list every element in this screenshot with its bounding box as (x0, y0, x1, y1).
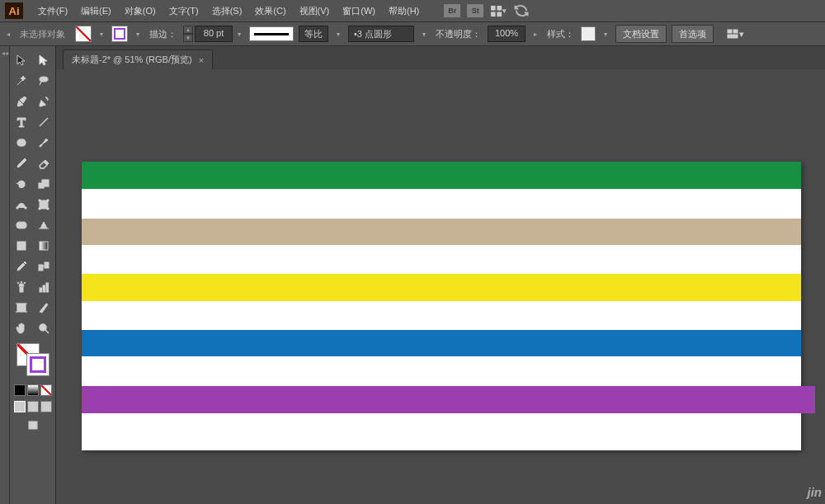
stripe[interactable] (82, 301, 801, 330)
stripe[interactable] (82, 245, 801, 274)
curvature-tool[interactable] (33, 91, 56, 111)
zoom-tool[interactable] (33, 318, 56, 338)
stripe[interactable] (82, 356, 801, 386)
sync-icon[interactable] (513, 4, 530, 17)
opacity-dropdown[interactable]: ▸ (530, 26, 540, 41)
stripe[interactable] (82, 386, 815, 413)
svg-point-12 (16, 207, 18, 209)
fill-stroke-indicator[interactable] (16, 343, 50, 376)
menu-select[interactable]: 选择(S) (207, 2, 248, 20)
svg-rect-3 (497, 12, 502, 16)
panel-collapse-bar[interactable]: ◂◂ (0, 46, 10, 504)
stripe[interactable] (82, 162, 801, 189)
svg-rect-0 (491, 5, 496, 10)
ellipse-tool[interactable] (10, 132, 33, 153)
stroke-indicator[interactable] (26, 353, 50, 376)
menu-help[interactable]: 帮助(H) (384, 2, 424, 20)
color-mode-gradient[interactable] (27, 384, 39, 396)
prefs-button[interactable]: 首选项 (672, 25, 714, 43)
close-tab-icon[interactable]: × (199, 55, 204, 65)
style-swatch[interactable] (581, 26, 596, 41)
artboard-tool[interactable] (10, 297, 33, 318)
svg-rect-25 (39, 265, 43, 271)
svg-rect-32 (40, 288, 42, 292)
canvas-viewport[interactable]: jin (56, 69, 825, 504)
rotate-tool[interactable] (10, 173, 33, 194)
selection-tool[interactable] (10, 49, 33, 70)
menu-edit[interactable]: 编辑(E) (76, 2, 116, 20)
menu-file[interactable]: 文件(F) (33, 2, 73, 20)
stripe[interactable] (82, 413, 801, 450)
stroke-dropdown[interactable]: ▾ (133, 26, 143, 41)
document-tab[interactable]: 未标题-2* @ 51% (RGB/预览) × (63, 49, 213, 69)
direct-selection-tool[interactable] (33, 49, 56, 70)
pen-tool[interactable] (10, 91, 33, 111)
color-mode-solid[interactable] (14, 384, 26, 396)
align-icon[interactable]: ▾ (724, 24, 747, 45)
color-mode-none[interactable] (40, 384, 52, 396)
options-bar: ◂ 未选择对象 ▾ ▾ 描边： ▲▼ 80 pt ▾ 等比 ▾ • 3 点圆形 … (0, 21, 825, 46)
hand-tool[interactable] (10, 318, 33, 338)
blend-tool[interactable] (33, 256, 56, 276)
magic-wand-tool[interactable] (10, 70, 33, 91)
stroke-label: 描边： (149, 28, 177, 40)
doc-setup-button[interactable]: 文档设置 (615, 25, 667, 43)
menu-type[interactable]: 文字(T) (164, 2, 204, 20)
svg-rect-5 (733, 30, 738, 33)
free-transform-tool[interactable] (33, 194, 56, 214)
style-dropdown[interactable]: ▾ (601, 26, 610, 41)
stripe[interactable] (82, 219, 801, 245)
stripe[interactable] (82, 274, 801, 301)
scale-tool[interactable] (33, 173, 56, 194)
stroke-weight-input[interactable]: 80 pt (195, 26, 233, 42)
lasso-tool[interactable] (33, 70, 56, 91)
width-tool[interactable] (10, 194, 33, 214)
svg-rect-4 (728, 30, 732, 33)
opacity-input[interactable]: 100% (488, 26, 526, 42)
eraser-tool[interactable] (33, 153, 56, 173)
shape-builder-tool[interactable] (10, 214, 33, 235)
type-tool[interactable] (10, 111, 33, 132)
mesh-tool[interactable] (10, 235, 33, 256)
brush-dropdown[interactable]: ▾ (419, 26, 429, 41)
stroke-spinner[interactable]: ▲▼ (183, 26, 193, 42)
perspective-grid-tool[interactable] (33, 214, 56, 235)
menu-view[interactable]: 视图(V) (295, 2, 335, 20)
workspace: ◂◂ (0, 46, 825, 504)
eyedropper-tool[interactable] (10, 256, 33, 276)
draw-behind[interactable] (27, 401, 39, 412)
brush-select[interactable]: • 3 点圆形 (348, 26, 414, 42)
menu-object[interactable]: 对象(O) (120, 2, 161, 20)
slice-tool[interactable] (33, 297, 56, 318)
variable-width-profile[interactable] (249, 26, 294, 41)
symbol-sprayer-tool[interactable] (10, 276, 33, 297)
stripe[interactable] (82, 189, 801, 219)
arrange-icon[interactable]: ▾ (490, 4, 507, 17)
stripe[interactable] (82, 330, 801, 356)
profile-select[interactable]: 等比 (299, 26, 328, 42)
artboard[interactable] (82, 162, 801, 450)
svg-point-20 (20, 222, 26, 228)
draw-normal[interactable] (14, 401, 26, 412)
svg-rect-2 (491, 12, 496, 16)
svg-point-18 (47, 207, 49, 209)
screen-mode[interactable] (25, 417, 41, 434)
svg-rect-6 (728, 35, 738, 38)
stroke-swatch[interactable] (111, 26, 128, 42)
profile-dropdown[interactable]: ▾ (333, 26, 343, 41)
line-tool[interactable] (33, 111, 56, 132)
menu-icon-group: Br St ▾ (444, 4, 530, 17)
menu-window[interactable]: 窗口(W) (337, 2, 380, 20)
pencil-tool[interactable] (10, 153, 33, 173)
menu-effect[interactable]: 效果(C) (250, 2, 290, 20)
stock-icon[interactable]: St (467, 4, 483, 17)
bridge-icon[interactable]: Br (444, 4, 460, 17)
fill-swatch[interactable] (75, 26, 92, 42)
fill-dropdown[interactable]: ▾ (97, 26, 106, 41)
paintbrush-tool[interactable] (33, 132, 56, 153)
app-logo: Ai (5, 2, 23, 19)
column-graph-tool[interactable] (33, 276, 56, 297)
draw-inside[interactable] (40, 401, 52, 412)
stroke-weight-dropdown[interactable]: ▾ (234, 26, 244, 41)
gradient-tool[interactable] (33, 235, 56, 256)
